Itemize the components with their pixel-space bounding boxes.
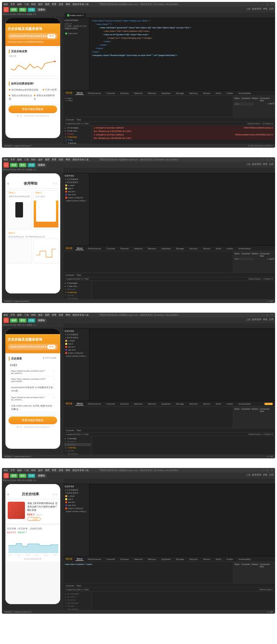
- editor-tabs[interactable]: index.wxml ×: [63, 13, 275, 18]
- step2-image: [34, 201, 58, 227]
- styles-filter[interactable]: [234, 102, 254, 105]
- auto-button[interactable]: 自动: [28, 8, 35, 12]
- code-editor[interactable]: <view class="section-content" style="mar…: [89, 18, 275, 90]
- ide-window-1: 下载思来源的站点vs优惠购suryee.com - 微信开发者工具 Stable…: [2, 2, 275, 148]
- toolbar: ⬡ 编译 预览 自动 清缓存 上传 版本管理 详情 关闭: [2, 7, 275, 13]
- page-title: 使用帮助: [24, 181, 38, 186]
- file-explorer[interactable]: 资源管理器 ▸ 打开的编辑器 ▾ 程序价格查询 ▸ pages app.js a…: [63, 173, 89, 245]
- history-item[interactable]: https://detail.tmall.com/item.htm?ali_re…: [9, 368, 57, 376]
- file-tab: index.wxml ×: [65, 13, 86, 17]
- menu-icon[interactable]: ⊙ ⊙: [53, 182, 58, 185]
- console-output: ▸ Uncaught (in promise) undefinedVM34 WA…: [92, 125, 275, 144]
- back-icon[interactable]: ‹: [8, 181, 9, 186]
- tips-title: 如何识别真假促销?: [9, 82, 57, 86]
- buy-button[interactable]: → 去购买: [27, 517, 41, 521]
- price-chart: [9, 57, 57, 76]
- phone-frame: 历史价格及优惠券查询 粘贴商品链接查询价格走势或优惠券 查询 示例: https…: [5, 18, 61, 138]
- search-input[interactable]: 粘贴商品链接查询价格走势或优惠券 查询: [8, 33, 58, 40]
- chart-card-title: 历史价格走势: [9, 49, 57, 53]
- product-name: 满减【百草味猪肉脯100g】优克骨品猪三肉片辣味自购物干网红零食: [27, 502, 58, 512]
- step3-chart: [33, 239, 59, 264]
- styles-tabs[interactable]: StylesComputedDatasetComponent Data: [234, 97, 274, 102]
- clear-history[interactable]: 🗑 清空历史搜索: [43, 357, 56, 362]
- app-title: 下载思来源的站点vs优惠购suryee.com - 微信开发者工具 Stable…: [99, 3, 178, 6]
- status-bar: 页面路径 ☐ pages/index/index ☐ 行 108 列 54 选中…: [2, 144, 275, 148]
- simulator-header[interactable]: iPhone XS Max 100% 16 ▾ 热重载 开 ▾: [2, 13, 63, 16]
- delete-icon[interactable]: ×: [53, 370, 54, 374]
- tutorial-button[interactable]: 查看详细使用教程: [8, 105, 57, 113]
- page-title: 历史价格及优惠券查询: [8, 26, 58, 31]
- price-history-chart: 9-219-2710-310-910-15今天: [8, 535, 57, 556]
- simulator-panel: iPhone XS Max 100% 16 ▾ 热重载 开 ▾ 历史价格及优惠券…: [2, 13, 63, 144]
- svg-point-0: [54, 61, 56, 62]
- clear-button[interactable]: 清缓存: [36, 8, 46, 12]
- preview-button[interactable]: 预览: [19, 8, 26, 12]
- window-controls[interactable]: –□×: [262, 3, 273, 5]
- product-price: ¥29.7: [27, 513, 35, 516]
- ide-window-2: 下载思来源的站点vs优惠购suryee.com - 微信开发者工具 Stable…: [2, 157, 275, 303]
- ide-window-3: 下载思来源的站点vs优惠购suryee.com - 微信开发者工具 Stable…: [2, 313, 275, 458]
- step1-image: [7, 202, 32, 229]
- ide-window-4: 下载思来源的站点vs优惠购suryee.com - 微信开发者工具 Stable…: [2, 468, 275, 614]
- search-button[interactable]: 查询: [47, 34, 56, 38]
- devtools-panel: 调试器 Wxml Performance Console Sources Net…: [63, 90, 275, 144]
- product-image: [8, 502, 25, 519]
- wechat-logo-icon: ⬡: [3, 7, 9, 12]
- wxml-tree[interactable]: ▾ <page> ▾ <view>: [63, 96, 233, 117]
- wechat-logo-icon: ⬡: [3, 162, 9, 168]
- console-sidebar[interactable]: ▸14 messages ▸9 user mes... ⊘2 errors ⚠3…: [63, 125, 92, 144]
- devtools-tabs[interactable]: 调试器 Wxml Performance Console Sources Net…: [63, 91, 275, 96]
- tree-item: ▸ 打开的编辑器: [64, 178, 88, 181]
- console-tabs[interactable]: ConsoleTask: [63, 117, 275, 122]
- compile-button[interactable]: 编译: [10, 8, 18, 12]
- step3-product: [7, 239, 32, 264]
- search-panel: 0x360190069b8 搜索结果 1个结果，包含在<1个文件 在解除内部查找…: [63, 18, 89, 90]
